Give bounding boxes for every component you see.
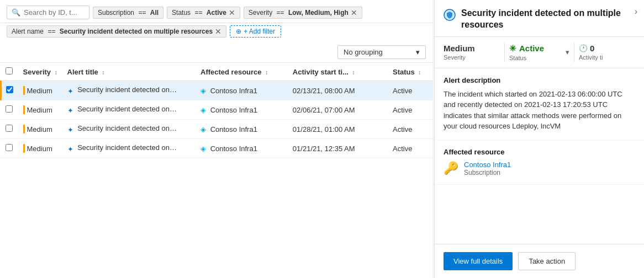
chevron-down-icon: ▾ xyxy=(416,48,420,56)
alertname-filter-close[interactable]: ✕ xyxy=(215,28,221,35)
select-all-header[interactable] xyxy=(1,63,19,81)
affected-resource-cell: ◈ Contoso Infra1 xyxy=(196,139,288,158)
detail-activity-value: 🕐 0 xyxy=(579,44,635,53)
alert-description-text: The incident which started on 2021-02-13… xyxy=(444,89,635,132)
severity-column-header[interactable]: Severity ↕ xyxy=(19,63,63,81)
resource-details: Contoso Infra1 Subscription xyxy=(464,161,511,177)
activity-start-value: 01/21/21, 12:35 AM xyxy=(293,145,355,153)
severity-value: Medium xyxy=(27,106,52,114)
affected-resource-section: Affected resource 🔑 Contoso Infra1 Subsc… xyxy=(435,140,644,185)
alert-title-cell: ✦ Security incident detected on m... xyxy=(63,81,197,100)
affected-resource-value: Contoso Infra1 xyxy=(210,106,257,114)
detail-status: ✳ Active Status xyxy=(509,44,566,61)
affected-resource-value: Contoso Infra1 xyxy=(210,145,257,153)
alert-icon: ✦ xyxy=(67,145,73,153)
search-input[interactable] xyxy=(24,8,85,17)
severity-bar xyxy=(23,144,25,153)
security-icon xyxy=(444,9,456,24)
detail-footer: View full details Take action xyxy=(435,244,644,278)
row-checkbox[interactable] xyxy=(6,105,13,113)
severity-cell: Medium xyxy=(19,100,63,120)
alert-title-value: Security incident detected on m... xyxy=(77,143,177,152)
key-icon: 🔑 xyxy=(444,161,458,175)
row-checkbox-cell[interactable] xyxy=(1,81,19,100)
resource-icon: ◈ xyxy=(200,87,206,95)
grouping-label: No grouping xyxy=(344,48,383,56)
status-column-header[interactable]: Status ↕ xyxy=(388,63,432,81)
alert-icon: ✦ xyxy=(67,87,73,95)
resource-type-label: Subscription xyxy=(464,169,511,177)
take-action-button[interactable]: Take action xyxy=(518,252,576,270)
status-sort-icon: ↕ xyxy=(418,70,421,76)
meta-divider-2 xyxy=(574,42,574,62)
status-dropdown-icon[interactable]: ▾ xyxy=(566,48,569,56)
table-row[interactable]: Medium ✦ Security incident detected on m… xyxy=(1,100,433,120)
alert-title-cell: ✦ Security incident detected on m... xyxy=(63,139,197,158)
row-checkbox-cell[interactable] xyxy=(1,120,19,139)
severity-sort-icon: ↕ xyxy=(55,70,57,76)
detail-severity-label: Severity xyxy=(444,54,500,61)
table-body: Medium ✦ Security incident detected on m… xyxy=(1,81,433,158)
detail-title: Security incident detected on multiple r… xyxy=(461,8,635,31)
detail-status-value: ✳ Active xyxy=(509,44,566,54)
status-value: Active xyxy=(393,145,412,153)
detail-activity-label: Activity ti xyxy=(579,54,635,61)
severity-bar xyxy=(23,125,25,133)
select-all-checkbox[interactable] xyxy=(6,67,13,74)
resource-icon: ◈ xyxy=(200,106,206,114)
activity-start-cell: 01/21/21, 12:35 AM xyxy=(288,139,388,158)
table-row[interactable]: Medium ✦ Security incident detected on m… xyxy=(1,81,433,100)
alert-description-title: Alert description xyxy=(444,76,635,84)
grouping-select[interactable]: No grouping ▾ xyxy=(337,45,426,59)
detail-meta: Medium Severity ✳ Active Status ▾ 🕐 0 Ac… xyxy=(435,37,644,68)
alert-icon: ✦ xyxy=(67,106,73,115)
right-panel: Security incident detected on multiple r… xyxy=(434,0,644,278)
severity-value: Medium xyxy=(27,125,52,133)
activity-start-cell: 02/06/21, 07:00 AM xyxy=(288,100,388,120)
affected-resource-column-header[interactable]: Affected resource ↕ xyxy=(196,63,288,81)
row-checkbox[interactable] xyxy=(6,144,13,151)
table-row[interactable]: Medium ✦ Security incident detected on m… xyxy=(1,139,433,158)
table-header-row: Severity ↕ Alert title ↕ Affected resour… xyxy=(1,63,433,81)
row-checkbox-cell[interactable] xyxy=(1,100,19,120)
status-filter-value: Active xyxy=(207,9,226,17)
subscription-filter-label: Subscription xyxy=(98,9,134,17)
filter-chip-subscription: Subscription == All xyxy=(93,7,163,19)
alert-title-cell: ✦ Security incident detected on m... xyxy=(63,120,197,139)
detail-close-icon[interactable]: › xyxy=(635,7,637,17)
detail-spacer xyxy=(435,185,644,244)
severity-cell: Medium xyxy=(19,81,63,100)
severity-filter-close[interactable]: ✕ xyxy=(351,9,357,17)
table-row[interactable]: Medium ✦ Security incident detected on m… xyxy=(1,120,433,139)
filter-bar: 🔍 Subscription == All Status == Active ✕… xyxy=(0,0,432,23)
alert-title-column-header[interactable]: Alert title ↕ xyxy=(63,63,197,81)
resource-name-link[interactable]: Contoso Infra1 xyxy=(464,161,511,169)
affected-resource-cell: ◈ Contoso Infra1 xyxy=(196,100,288,120)
row-checkbox-cell[interactable] xyxy=(1,139,19,158)
severity-value: Medium xyxy=(27,87,52,95)
alert-title-cell: ✦ Security incident detected on m... xyxy=(63,100,197,120)
severity-cell: Medium xyxy=(19,139,63,158)
search-box[interactable]: 🔍 xyxy=(7,6,89,19)
resource-item: 🔑 Contoso Infra1 Subscription xyxy=(444,161,635,177)
alert-title-value: Security incident detected on m... xyxy=(77,85,177,94)
activity-start-value: 02/13/21, 08:00 AM xyxy=(293,87,355,95)
status-cell: Active xyxy=(388,100,432,120)
affected-sort-icon: ↕ xyxy=(265,70,268,76)
alertname-filter-value: Security incident detected on multiple r… xyxy=(60,28,213,35)
alert-title-sort-icon: ↕ xyxy=(102,70,104,76)
status-filter-close[interactable]: ✕ xyxy=(229,9,235,17)
alert-icon: ✦ xyxy=(67,126,73,134)
clock-icon: 🕐 xyxy=(579,44,588,52)
active-spin-icon: ✳ xyxy=(509,44,516,54)
row-checkbox[interactable] xyxy=(6,125,13,132)
activity-start-cell: 02/13/21, 08:00 AM xyxy=(288,81,388,100)
alert-title-value: Security incident detected on m... xyxy=(77,124,177,132)
view-full-details-button[interactable]: View full details xyxy=(444,252,513,270)
row-checkbox[interactable] xyxy=(6,86,13,93)
activity-start-column-header[interactable]: Activity start ti... ↕ xyxy=(288,63,388,81)
table-container: Severity ↕ Alert title ↕ Affected resour… xyxy=(0,63,432,278)
affected-resource-cell: ◈ Contoso Infra1 xyxy=(196,120,288,139)
severity-value: Medium xyxy=(27,145,52,153)
add-filter-button[interactable]: ⊕ + Add filter xyxy=(230,25,281,38)
